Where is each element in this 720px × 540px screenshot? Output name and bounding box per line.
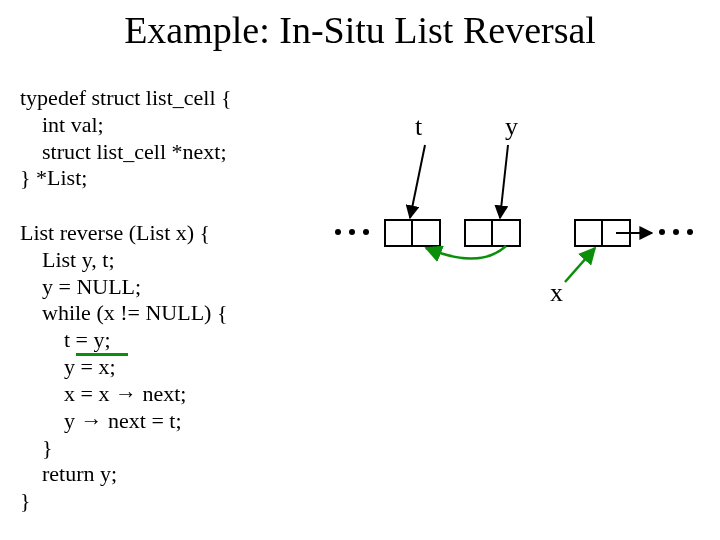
pointer-arrow-y [500,145,508,218]
link-arrow-back [426,246,506,259]
list-cell [385,220,440,246]
svg-point-1 [349,229,355,235]
list-diagram [330,100,710,320]
ellipsis-right-icon [659,229,693,235]
svg-point-9 [659,229,665,235]
svg-point-2 [363,229,369,235]
pointer-arrow-t [410,145,425,218]
slide-title: Example: In-Situ List Reversal [0,8,720,52]
slide: Example: In-Situ List Reversal typedef s… [0,0,720,540]
pointer-arrow-x [565,248,595,282]
ellipsis-left-icon [335,229,369,235]
reverse-code: List reverse (List x) { List y, t; y = N… [20,220,227,515]
svg-point-0 [335,229,341,235]
typedef-code: typedef struct list_cell { int val; stru… [20,85,232,192]
svg-point-11 [687,229,693,235]
list-cell [465,220,520,246]
highlight-underline [76,353,128,356]
svg-point-10 [673,229,679,235]
